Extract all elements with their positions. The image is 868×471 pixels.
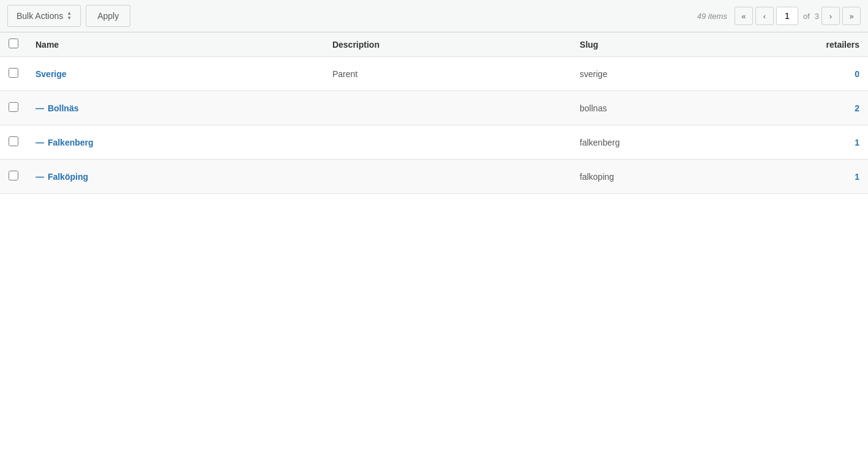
- row-checkbox[interactable]: [9, 102, 18, 112]
- row-name-cell: Sverige: [27, 57, 324, 91]
- row-checkbox-cell: [0, 91, 27, 125]
- row-retailers-link[interactable]: 1: [855, 138, 859, 147]
- table-row: — Bollnäsbollnas2: [0, 91, 868, 125]
- row-checkbox[interactable]: [9, 171, 18, 180]
- row-checkbox[interactable]: [9, 68, 18, 78]
- retailers-column-header: retailers: [769, 32, 868, 57]
- table-header-row: Name Description Slug retailers: [0, 32, 868, 57]
- row-name-cell: — Falkenberg: [27, 125, 324, 160]
- row-name-link[interactable]: — Falköping: [36, 172, 88, 182]
- apply-button[interactable]: Apply: [86, 5, 130, 27]
- row-name-link[interactable]: — Bollnäs: [36, 103, 78, 113]
- bulk-actions-arrows-icon: ▲▼: [67, 11, 72, 21]
- row-description-cell: Parent: [324, 57, 571, 91]
- row-retailers-link[interactable]: 0: [855, 69, 859, 79]
- page-wrapper: Bulk Actions ▲▼ Apply 49 items « ‹ of 3 …: [0, 0, 868, 471]
- select-all-checkbox[interactable]: [9, 39, 18, 48]
- of-text: of: [803, 12, 810, 21]
- row-retailers-cell: 1: [769, 160, 868, 194]
- row-description-cell: [324, 160, 571, 194]
- pagination: 49 items « ‹ of 3 › »: [697, 7, 861, 25]
- table-row: — Falköpingfalkoping1: [0, 160, 868, 194]
- toolbar: Bulk Actions ▲▼ Apply 49 items « ‹ of 3 …: [0, 0, 868, 32]
- row-slug-cell: falkoping: [571, 160, 769, 194]
- bulk-actions-button[interactable]: Bulk Actions ▲▼: [7, 5, 81, 27]
- row-checkbox-cell: [0, 160, 27, 194]
- row-checkbox-cell: [0, 57, 27, 91]
- total-pages: 3: [815, 12, 819, 21]
- row-retailers-link[interactable]: 1: [855, 172, 859, 182]
- row-retailers-cell: 1: [769, 125, 868, 160]
- row-slug-cell: falkenberg: [571, 125, 769, 160]
- items-count: 49 items: [697, 12, 727, 21]
- row-retailers-cell: 0: [769, 57, 868, 91]
- slug-column-header: Slug: [571, 32, 769, 57]
- row-description-cell: [324, 91, 571, 125]
- row-name-dash: —: [36, 172, 47, 182]
- row-checkbox-cell: [0, 125, 27, 160]
- table-row: — Falkenbergfalkenberg1: [0, 125, 868, 160]
- first-page-button[interactable]: «: [735, 7, 753, 25]
- row-name-cell: — Falköping: [27, 160, 324, 194]
- next-page-button[interactable]: ›: [821, 7, 840, 25]
- row-slug-cell: bollnas: [571, 91, 769, 125]
- row-name-dash: —: [36, 138, 47, 147]
- row-name-link[interactable]: — Falkenberg: [36, 138, 94, 147]
- description-column-header: Description: [324, 32, 571, 57]
- page-number-input[interactable]: [776, 7, 798, 25]
- select-all-column: [0, 32, 27, 57]
- row-description-cell: [324, 125, 571, 160]
- row-name-dash: —: [36, 103, 47, 113]
- row-retailers-link[interactable]: 2: [855, 103, 859, 113]
- row-name-link[interactable]: Sverige: [36, 69, 67, 79]
- row-checkbox[interactable]: [9, 136, 18, 146]
- row-name-cell: — Bollnäs: [27, 91, 324, 125]
- data-table: Name Description Slug retailers SverigeP…: [0, 32, 868, 194]
- last-page-button[interactable]: »: [842, 7, 861, 25]
- prev-page-button[interactable]: ‹: [755, 7, 774, 25]
- name-column-header: Name: [27, 32, 324, 57]
- table-row: SverigeParentsverige0: [0, 57, 868, 91]
- row-slug-cell: sverige: [571, 57, 769, 91]
- row-retailers-cell: 2: [769, 91, 868, 125]
- bulk-actions-label: Bulk Actions: [17, 11, 63, 21]
